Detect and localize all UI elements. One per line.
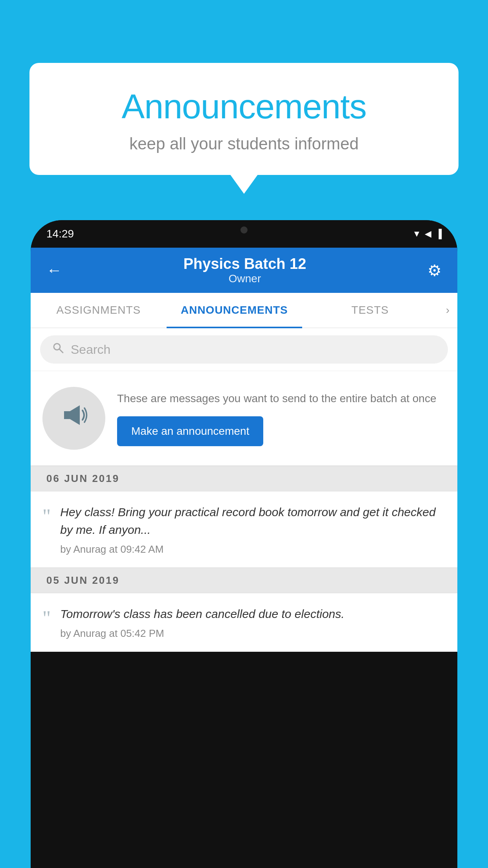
date-separator-2: 05 JUN 2019 <box>31 568 457 593</box>
promo-description: These are messages you want to send to t… <box>117 390 446 407</box>
tab-more-icon[interactable]: › <box>438 293 457 327</box>
speech-bubble-container: Announcements keep all your students inf… <box>29 63 459 175</box>
status-icons: ▼ ◀ ▐ <box>413 229 442 239</box>
speech-bubble: Announcements keep all your students inf… <box>29 63 459 175</box>
quote-icon-1: " <box>42 506 51 527</box>
announcement-meta-1: by Anurag at 09:42 AM <box>60 543 446 555</box>
announcement-item-1[interactable]: " Hey class! Bring your practical record… <box>31 491 457 568</box>
make-announcement-button[interactable]: Make an announcement <box>117 416 263 446</box>
battery-icon: ▐ <box>435 229 442 239</box>
promo-icon-circle <box>42 387 105 450</box>
status-bar: 14:29 ▼ ◀ ▐ <box>31 220 457 248</box>
tab-assignments[interactable]: ASSIGNMENTS <box>31 293 167 327</box>
announcement-text-1: Hey class! Bring your practical record b… <box>60 503 446 555</box>
announcement-meta-2: by Anurag at 05:42 PM <box>60 627 446 640</box>
wifi-icon: ▼ <box>413 229 421 239</box>
promo-right: These are messages you want to send to t… <box>117 390 446 446</box>
quote-icon-2: " <box>42 608 51 629</box>
search-bar[interactable]: Search <box>40 335 448 364</box>
header-subtitle: Owner <box>183 272 306 285</box>
phone-notch <box>209 220 279 240</box>
tab-tests[interactable]: TESTS <box>302 293 438 327</box>
svg-line-1 <box>59 349 63 353</box>
announcement-text-2: Tomorrow's class has been cancelled due … <box>60 605 446 640</box>
svg-marker-2 <box>64 405 80 425</box>
signal-icon: ◀ <box>425 229 431 239</box>
announcement-body-2: Tomorrow's class has been cancelled due … <box>60 605 446 623</box>
tabs-bar: ASSIGNMENTS ANNOUNCEMENTS TESTS › <box>31 293 457 328</box>
phone-frame: 14:29 ▼ ◀ ▐ ← Physics Batch 12 Owner ⚙ A… <box>31 220 457 868</box>
search-icon <box>52 342 64 357</box>
camera-dot <box>240 226 248 234</box>
header-center: Physics Batch 12 Owner <box>183 256 306 285</box>
settings-icon[interactable]: ⚙ <box>427 261 442 280</box>
bubble-subtitle: keep all your students informed <box>45 134 443 153</box>
bubble-title: Announcements <box>45 86 443 127</box>
megaphone-icon <box>58 399 90 437</box>
app-header: ← Physics Batch 12 Owner ⚙ <box>31 248 457 293</box>
search-bar-wrap: Search <box>31 328 457 371</box>
header-title: Physics Batch 12 <box>183 256 306 272</box>
announcement-body-1: Hey class! Bring your practical record b… <box>60 503 446 539</box>
back-button[interactable]: ← <box>46 261 62 279</box>
promo-card: These are messages you want to send to t… <box>31 371 457 466</box>
search-placeholder: Search <box>71 342 110 357</box>
status-time: 14:29 <box>46 228 74 240</box>
tab-announcements[interactable]: ANNOUNCEMENTS <box>167 293 303 327</box>
date-separator-1: 06 JUN 2019 <box>31 466 457 491</box>
announcement-item-2[interactable]: " Tomorrow's class has been cancelled du… <box>31 593 457 652</box>
